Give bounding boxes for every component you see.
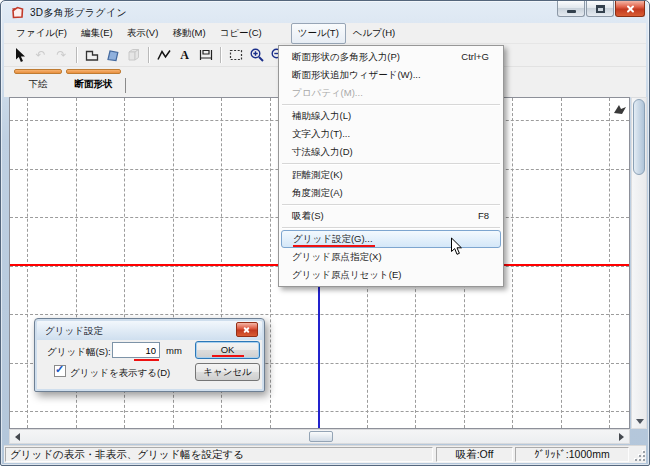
- text-tool-icon[interactable]: A: [175, 46, 194, 65]
- menu-item-shortcut: F8: [478, 207, 489, 225]
- cancel-button-label: キャンセル: [203, 366, 252, 377]
- menu-item-label: 距離測定(K): [292, 169, 343, 180]
- zoom-in-icon[interactable]: [247, 46, 266, 65]
- annotation-underline: [293, 245, 375, 247]
- scroll-left-icon[interactable]: [15, 433, 20, 441]
- canvas-corner-marker-icon: [614, 101, 627, 111]
- grid-line-vertical: [270, 98, 271, 428]
- grid-width-input[interactable]: [112, 342, 160, 358]
- grid-width-label: グリッド幅(S):: [47, 346, 111, 359]
- close-button[interactable]: [615, 1, 645, 17]
- menu-item-label: プロパティ(M)...: [292, 87, 363, 98]
- unit-label: mm: [166, 345, 182, 356]
- menubar: ファイル(F)編集(E)表示(V)移動(M)コピー(C)ツール(T)ヘルプ(H): [4, 23, 646, 44]
- dialog-title: グリッド設定: [45, 325, 103, 338]
- window-controls: [557, 1, 646, 17]
- menubar-item-7[interactable]: ヘルプ(H): [346, 23, 402, 44]
- ok-button-label: OK: [221, 344, 235, 355]
- tab-label: 下絵: [13, 78, 63, 91]
- toolbar-separator: [220, 47, 221, 63]
- toolbar-separator: [76, 47, 77, 63]
- select-cursor-icon[interactable]: [10, 46, 29, 65]
- annotation-underline: [212, 355, 244, 357]
- minimize-icon: [567, 10, 576, 13]
- dimension-icon[interactable]: [196, 46, 215, 65]
- titlebar[interactable]: 3D多角形プラグイン: [1, 1, 649, 23]
- close-icon: [626, 4, 635, 13]
- tab-indicator: [66, 69, 121, 74]
- redo-icon[interactable]: ↷: [52, 46, 71, 65]
- menubar-item-2[interactable]: 編集(E): [74, 23, 120, 44]
- menu-item-5[interactable]: 補助線入力(L): [279, 107, 503, 125]
- tab-label: 断面形状: [65, 78, 122, 91]
- menu-item-1[interactable]: 断面形状の多角形入力(P)Ctrl+G: [279, 48, 503, 66]
- polygon-fill-icon[interactable]: [103, 46, 122, 65]
- menubar-item-5[interactable]: コピー(C): [213, 23, 269, 44]
- status-grid: ｸﾞﾘｯﾄﾞ:1000mm: [515, 447, 629, 462]
- menu-item-label: グリッド原点リセット(E): [292, 269, 401, 280]
- menu-item-label: 文字入力(T)...: [292, 128, 350, 139]
- maximize-icon: [596, 5, 605, 13]
- menu-item-10[interactable]: 角度測定(A): [279, 184, 503, 202]
- menu-item-label: 断面形状追加ウィザード(W)...: [292, 69, 421, 80]
- menu-item-7[interactable]: 寸法線入力(D): [279, 143, 503, 161]
- dialog-titlebar[interactable]: グリッド設定: [37, 321, 262, 340]
- window-title: 3D多角形プラグイン: [30, 6, 127, 20]
- menubar-item-4[interactable]: 移動(M): [165, 23, 212, 44]
- tab-1[interactable]: 下絵: [13, 67, 63, 96]
- undo-icon[interactable]: ↶: [31, 46, 50, 65]
- maximize-button[interactable]: [586, 1, 614, 17]
- menu-item-label: 角度測定(A): [292, 187, 343, 198]
- polygon-outline-icon[interactable]: [82, 46, 101, 65]
- vertical-scrollbar[interactable]: [631, 97, 647, 429]
- ok-button[interactable]: OK: [195, 341, 260, 359]
- menu-item-3[interactable]: プロパティ(M)...: [279, 84, 503, 102]
- app-window: 3D多角形プラグイン ファイル(F)編集(E)表示(V)移動(M)コピー(C)ツ…: [0, 0, 650, 466]
- resize-grip[interactable]: [633, 449, 645, 461]
- tab-2[interactable]: 断面形状: [65, 67, 122, 96]
- menu-item-9[interactable]: 距離測定(K): [279, 166, 503, 184]
- menu-item-6[interactable]: 文字入力(T)...: [279, 125, 503, 143]
- menu-item-label: 補助線入力(L): [292, 110, 351, 121]
- menu-item-15[interactable]: グリッド原点指定(X): [279, 248, 503, 266]
- show-grid-label: グリッドを表示する(D): [70, 367, 170, 380]
- menubar-item-1[interactable]: ファイル(F): [9, 23, 74, 44]
- menu-item-label: 寸法線入力(D): [292, 146, 353, 157]
- toolbar-separator: [148, 47, 149, 63]
- horizontal-scrollbar[interactable]: [9, 429, 630, 444]
- grid-line-vertical: [27, 98, 28, 428]
- polyline-icon[interactable]: [154, 46, 173, 65]
- status-message: グリッドの表示・非表示、グリッド幅を設定する: [5, 447, 433, 462]
- scroll-down-icon[interactable]: [636, 419, 644, 424]
- menubar-item-3[interactable]: 表示(V): [120, 23, 166, 44]
- menu-separator: [282, 163, 500, 164]
- menu-item-2[interactable]: 断面形状追加ウィザード(W)...: [279, 66, 503, 84]
- statusbar: グリッドの表示・非表示、グリッド幅を設定する 吸着:Off ｸﾞﾘｯﾄﾞ:100…: [4, 445, 646, 463]
- cancel-button[interactable]: キャンセル: [195, 363, 260, 381]
- menu-item-label: グリッド原点指定(X): [292, 251, 382, 262]
- dialog-close-button[interactable]: [236, 322, 258, 337]
- vertical-scrollbar-thumb[interactable]: [633, 99, 645, 175]
- mouse-cursor: [450, 237, 463, 260]
- show-grid-checkbox[interactable]: ✓: [54, 365, 66, 377]
- checkmark-icon: ✓: [55, 363, 64, 376]
- menu-item-12[interactable]: 吸着(S)F8: [279, 207, 503, 225]
- grid-line-vertical: [609, 98, 610, 428]
- menu-item-label: 断面形状の多角形入力(P): [292, 51, 400, 62]
- tab-indicator: [14, 69, 62, 74]
- zoom-region-icon[interactable]: [226, 46, 245, 65]
- grid-line-vertical: [561, 98, 562, 428]
- grid-settings-dialog: グリッド設定 グリッド幅(S): mm OK キャンセル ✓ グリッドを表示する…: [34, 318, 265, 392]
- tab-divider: [125, 78, 126, 93]
- solid-3d-icon[interactable]: [124, 46, 143, 65]
- tool-menu: 断面形状の多角形入力(P)Ctrl+G断面形状追加ウィザード(W)...プロパテ…: [278, 45, 504, 287]
- horizontal-scrollbar-thumb[interactable]: [309, 431, 333, 442]
- status-snap: 吸着:Off: [436, 447, 513, 462]
- menu-item-shortcut: Ctrl+G: [461, 48, 489, 66]
- menubar-item-6[interactable]: ツール(T): [291, 23, 346, 44]
- menu-item-16[interactable]: グリッド原点リセット(E): [279, 266, 503, 284]
- scroll-right-icon[interactable]: [619, 433, 624, 441]
- minimize-button[interactable]: [557, 1, 585, 17]
- menu-item-14[interactable]: グリッド設定(G)...: [281, 230, 501, 248]
- menu-separator: [282, 227, 500, 228]
